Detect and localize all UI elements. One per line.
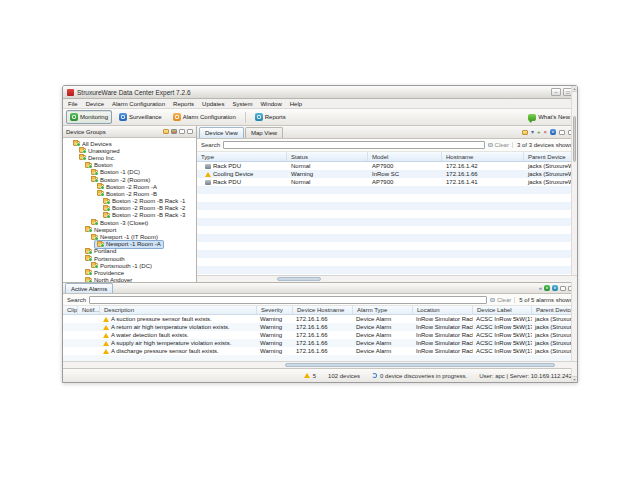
tree-item[interactable]: Boston -3 (Closet) bbox=[63, 219, 196, 226]
menu-item[interactable]: Reports bbox=[173, 101, 194, 107]
device-groups-tab[interactable]: Device Groups bbox=[66, 129, 106, 135]
device-table-header: TypeStatusModelHostnameParent Device bbox=[197, 152, 577, 162]
monitoring-button[interactable]: Monitoring bbox=[66, 110, 112, 124]
tree-item-label: North Andover bbox=[94, 277, 132, 282]
tree-item[interactable]: Boston -2 (Rooms) bbox=[63, 176, 196, 183]
tree-item[interactable]: Portsmouth bbox=[63, 255, 196, 262]
column-header[interactable]: Hostname bbox=[442, 152, 524, 161]
scroll-down-icon[interactable]: ▾ bbox=[572, 376, 577, 382]
folder-icon[interactable] bbox=[163, 129, 169, 134]
column-header[interactable]: Model bbox=[368, 152, 442, 161]
collapse-panel-icon[interactable]: « bbox=[539, 285, 542, 291]
maximize-panel-icon[interactable] bbox=[187, 129, 193, 134]
alarm-table-row[interactable]: A return air high temperature violation … bbox=[63, 323, 577, 331]
alarm-table-row[interactable]: A discharge pressure sensor fault exists… bbox=[63, 347, 577, 355]
reports-button[interactable]: Reports bbox=[251, 110, 290, 124]
tree-item[interactable]: North Andover bbox=[63, 277, 196, 282]
alarm-configuration-button[interactable]: Alarm Configuration bbox=[169, 110, 240, 124]
device-model: AP7900 bbox=[368, 163, 442, 169]
surveillance-button[interactable]: Surveillance bbox=[115, 110, 166, 124]
menu-item[interactable]: System bbox=[232, 101, 252, 107]
tree-item[interactable]: Newport -1 (IT Room) bbox=[63, 233, 196, 240]
add-device-icon[interactable]: + bbox=[537, 129, 541, 135]
tree-item[interactable]: Newport bbox=[63, 226, 196, 233]
tree-item[interactable]: Boston -2 Room -A bbox=[63, 183, 196, 190]
alarm-hscrollbar[interactable] bbox=[63, 361, 577, 368]
alarm-table-row[interactable]: A supply air high temperature violation … bbox=[63, 339, 577, 347]
clear-search-button[interactable]: Clear bbox=[490, 297, 511, 303]
tab-device-view[interactable]: Device View bbox=[199, 127, 244, 138]
column-header[interactable]: Alarm Type bbox=[353, 306, 413, 314]
device-hscrollbar[interactable] bbox=[197, 275, 577, 282]
scroll-up-icon[interactable]: ▴ bbox=[572, 86, 577, 92]
column-header[interactable]: Status bbox=[287, 152, 368, 161]
alarm-type: Device Alarm bbox=[353, 340, 413, 346]
tree-scrollbar[interactable]: ▴ ▾ bbox=[571, 86, 577, 382]
scrollbar-thumb[interactable] bbox=[285, 363, 555, 367]
alarm-device-label: ACSC InRow 5kW(172.16... bbox=[473, 324, 532, 330]
chevron-down-icon[interactable]: ▾ bbox=[531, 129, 534, 135]
column-header[interactable]: Type bbox=[197, 152, 287, 161]
export-alarms-icon[interactable] bbox=[544, 285, 550, 291]
tree-item[interactable]: All Devices bbox=[63, 140, 196, 147]
device-table-row[interactable]: Rack PDU Normal AP7900 172.16.1.41 jacks… bbox=[197, 178, 577, 186]
minimize-panel-icon[interactable] bbox=[559, 130, 565, 135]
folder-icon bbox=[79, 148, 86, 153]
active-alarms-panel: Active Alarms « Search Clear 5 of 5 alar… bbox=[63, 282, 577, 368]
alarm-location: InRow Simulator Rack bbox=[413, 324, 473, 330]
tree-item[interactable]: Boston bbox=[63, 162, 196, 169]
minimize-panel-icon[interactable] bbox=[560, 286, 566, 291]
minimize-panel-icon[interactable] bbox=[179, 129, 185, 134]
tree-item[interactable]: Portland bbox=[63, 248, 196, 255]
folder-icon bbox=[91, 263, 98, 268]
device-search-row: Search Clear 3 of 3 devices shown bbox=[197, 139, 577, 152]
device-groups-panel: Device Groups All Devices bbox=[63, 126, 197, 282]
tab-map-view[interactable]: Map View bbox=[245, 127, 283, 138]
menu-item[interactable]: Alarm Configuration bbox=[112, 101, 165, 107]
tree-item[interactable]: Providence bbox=[63, 269, 196, 276]
menu-item[interactable]: Window bbox=[260, 101, 281, 107]
column-header[interactable]: Notif... bbox=[78, 306, 100, 314]
whats-new-button[interactable]: What's New bbox=[524, 111, 574, 124]
tree-item[interactable]: Boston -2 Room -B bbox=[63, 190, 196, 197]
device-table-row[interactable]: Cooling Device Warning InRow SC 172.16.1… bbox=[197, 170, 577, 178]
alarm-search-input[interactable] bbox=[89, 296, 487, 304]
device-table-row[interactable]: Rack PDU Normal AP7900 172.16.1.42 jacks… bbox=[197, 162, 577, 170]
column-header[interactable]: Severity bbox=[257, 306, 293, 314]
tree-item[interactable]: Unassigned bbox=[63, 147, 196, 154]
menu-item[interactable]: Help bbox=[290, 101, 302, 107]
menu-item[interactable]: Device bbox=[86, 101, 104, 107]
column-header[interactable]: Clip bbox=[63, 306, 78, 314]
column-header[interactable]: Device Hostname bbox=[293, 306, 353, 314]
column-header[interactable]: Description bbox=[100, 306, 257, 314]
device-model: InRow SC bbox=[368, 171, 442, 177]
tree-item[interactable]: Boston -1 (DC) bbox=[63, 169, 196, 176]
column-header[interactable]: Parent Device bbox=[524, 152, 577, 161]
scrollbar-thumb[interactable] bbox=[277, 277, 321, 281]
tree-item[interactable]: Boston -2 Room -B Rack -3 bbox=[63, 212, 196, 219]
column-header[interactable]: Location bbox=[413, 306, 473, 314]
warning-icon bbox=[103, 333, 109, 338]
tree-item-label: Boston -1 (DC) bbox=[100, 169, 140, 175]
tab-active-alarms[interactable]: Active Alarms bbox=[65, 283, 113, 293]
clear-search-button[interactable]: Clear bbox=[488, 142, 509, 148]
menu-item[interactable]: Updates bbox=[202, 101, 224, 107]
menu-item[interactable]: File bbox=[68, 101, 78, 107]
scrollbar-thumb[interactable] bbox=[573, 116, 576, 162]
column-header[interactable]: Device Label bbox=[473, 306, 532, 314]
monitor-tool-icon[interactable] bbox=[550, 129, 556, 135]
delete-device-icon[interactable]: × bbox=[543, 129, 547, 135]
alarm-table-row[interactable]: A suction pressure sensor fault exists. … bbox=[63, 315, 577, 323]
tree-item[interactable]: Newport -1 Room -A bbox=[63, 241, 196, 248]
tree-item[interactable]: Demo Inc. bbox=[63, 154, 196, 161]
tree-item[interactable]: Boston -2 Room -B Rack -1 bbox=[63, 198, 196, 205]
device-search-input[interactable] bbox=[223, 141, 485, 149]
alarm-hostname: 172.16.1.66 bbox=[293, 332, 353, 338]
pin-view-icon[interactable] bbox=[171, 129, 177, 134]
tree-item[interactable]: Boston -2 Room -B Rack -2 bbox=[63, 205, 196, 212]
group-menu-folder-icon[interactable] bbox=[522, 130, 528, 135]
minimize-window-icon[interactable]: – bbox=[551, 88, 561, 96]
alarm-table-row[interactable]: A water detection fault exists. Warning … bbox=[63, 331, 577, 339]
alarm-history-icon[interactable] bbox=[552, 285, 558, 291]
tree-item[interactable]: Portsmouth -1 (DC) bbox=[63, 262, 196, 269]
